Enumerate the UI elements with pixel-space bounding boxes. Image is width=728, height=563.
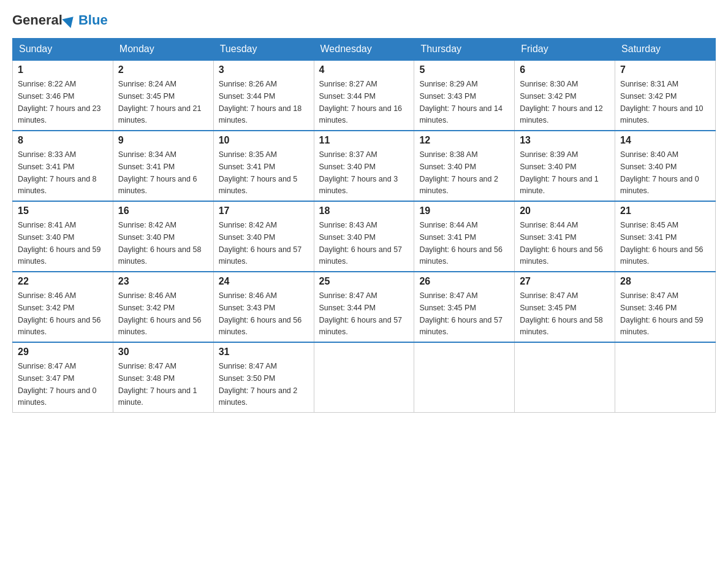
calendar-cell: 21 Sunrise: 8:45 AMSunset: 3:41 PMDaylig…: [615, 201, 716, 272]
day-number: 6: [520, 64, 610, 75]
logo-blue-text: Blue: [78, 12, 108, 28]
calendar-cell: 4 Sunrise: 8:27 AMSunset: 3:44 PMDayligh…: [314, 60, 414, 131]
calendar-cell: 19 Sunrise: 8:44 AMSunset: 3:41 PMDaylig…: [414, 201, 515, 272]
header-wednesday: Wednesday: [314, 39, 414, 61]
day-info: Sunrise: 8:47 AMSunset: 3:46 PMDaylight:…: [620, 291, 703, 336]
day-info: Sunrise: 8:30 AMSunset: 3:42 PMDaylight:…: [520, 80, 603, 124]
calendar-cell: [615, 342, 716, 413]
calendar-cell: 7 Sunrise: 8:31 AMSunset: 3:42 PMDayligh…: [615, 60, 716, 131]
header-friday: Friday: [515, 39, 615, 61]
page-header: General Blue: [12, 12, 716, 28]
day-info: Sunrise: 8:47 AMSunset: 3:48 PMDaylight:…: [118, 362, 197, 407]
day-number: 19: [419, 205, 509, 216]
day-info: Sunrise: 8:26 AMSunset: 3:44 PMDaylight:…: [219, 80, 302, 124]
calendar-cell: 2 Sunrise: 8:24 AMSunset: 3:45 PMDayligh…: [113, 60, 213, 131]
day-number: 31: [219, 347, 309, 358]
day-number: 22: [18, 276, 108, 287]
day-info: Sunrise: 8:46 AMSunset: 3:42 PMDaylight:…: [18, 291, 101, 336]
header-sunday: Sunday: [13, 39, 113, 61]
calendar-cell: 3 Sunrise: 8:26 AMSunset: 3:44 PMDayligh…: [213, 60, 314, 131]
day-number: 5: [419, 64, 509, 75]
day-info: Sunrise: 8:44 AMSunset: 3:41 PMDaylight:…: [520, 221, 603, 266]
logo-general-text: General: [12, 12, 63, 28]
day-number: 18: [319, 205, 409, 216]
day-info: Sunrise: 8:44 AMSunset: 3:41 PMDaylight:…: [419, 221, 502, 266]
calendar-cell: 1 Sunrise: 8:22 AMSunset: 3:46 PMDayligh…: [13, 60, 113, 131]
day-number: 9: [118, 135, 208, 146]
week-row-3: 15 Sunrise: 8:41 AMSunset: 3:40 PMDaylig…: [13, 201, 716, 272]
day-info: Sunrise: 8:42 AMSunset: 3:40 PMDaylight:…: [219, 221, 302, 266]
calendar-table: SundayMondayTuesdayWednesdayThursdayFrid…: [12, 38, 716, 413]
calendar-cell: 20 Sunrise: 8:44 AMSunset: 3:41 PMDaylig…: [515, 201, 615, 272]
day-info: Sunrise: 8:46 AMSunset: 3:43 PMDaylight:…: [219, 291, 302, 336]
day-number: 10: [219, 135, 309, 146]
day-info: Sunrise: 8:34 AMSunset: 3:41 PMDaylight:…: [118, 150, 197, 195]
calendar-cell: [414, 342, 515, 413]
day-number: 27: [520, 276, 610, 287]
calendar-cell: 15 Sunrise: 8:41 AMSunset: 3:40 PMDaylig…: [13, 201, 113, 272]
week-row-2: 8 Sunrise: 8:33 AMSunset: 3:41 PMDayligh…: [13, 131, 716, 201]
day-number: 8: [18, 135, 108, 146]
logo: General Blue: [12, 12, 108, 28]
week-row-1: 1 Sunrise: 8:22 AMSunset: 3:46 PMDayligh…: [13, 60, 716, 131]
week-row-4: 22 Sunrise: 8:46 AMSunset: 3:42 PMDaylig…: [13, 272, 716, 342]
calendar-cell: 18 Sunrise: 8:43 AMSunset: 3:40 PMDaylig…: [314, 201, 414, 272]
calendar-cell: 22 Sunrise: 8:46 AMSunset: 3:42 PMDaylig…: [13, 272, 113, 342]
calendar-cell: 12 Sunrise: 8:38 AMSunset: 3:40 PMDaylig…: [414, 131, 515, 201]
day-info: Sunrise: 8:27 AMSunset: 3:44 PMDaylight:…: [319, 80, 403, 124]
day-number: 23: [118, 276, 208, 287]
day-number: 17: [219, 205, 309, 216]
calendar-cell: 27 Sunrise: 8:47 AMSunset: 3:45 PMDaylig…: [515, 272, 615, 342]
day-number: 14: [620, 135, 710, 146]
calendar-cell: 5 Sunrise: 8:29 AMSunset: 3:43 PMDayligh…: [414, 60, 515, 131]
day-info: Sunrise: 8:43 AMSunset: 3:40 PMDaylight:…: [319, 221, 403, 266]
calendar-cell: 8 Sunrise: 8:33 AMSunset: 3:41 PMDayligh…: [13, 131, 113, 201]
day-info: Sunrise: 8:45 AMSunset: 3:41 PMDaylight:…: [620, 221, 703, 266]
day-info: Sunrise: 8:38 AMSunset: 3:40 PMDaylight:…: [419, 150, 498, 195]
day-number: 1: [18, 64, 108, 75]
day-info: Sunrise: 8:24 AMSunset: 3:45 PMDaylight:…: [118, 80, 202, 124]
day-info: Sunrise: 8:41 AMSunset: 3:40 PMDaylight:…: [18, 221, 101, 266]
day-number: 2: [118, 64, 208, 75]
day-info: Sunrise: 8:35 AMSunset: 3:41 PMDaylight:…: [219, 150, 298, 195]
day-number: 29: [18, 347, 108, 358]
calendar-cell: [515, 342, 615, 413]
header-tuesday: Tuesday: [213, 39, 314, 61]
calendar-cell: 28 Sunrise: 8:47 AMSunset: 3:46 PMDaylig…: [615, 272, 716, 342]
day-info: Sunrise: 8:47 AMSunset: 3:47 PMDaylight:…: [18, 362, 97, 407]
day-number: 25: [319, 276, 409, 287]
day-number: 16: [118, 205, 208, 216]
calendar-cell: 23 Sunrise: 8:46 AMSunset: 3:42 PMDaylig…: [113, 272, 213, 342]
day-number: 26: [419, 276, 509, 287]
day-number: 4: [319, 64, 409, 75]
calendar-cell: [314, 342, 414, 413]
day-info: Sunrise: 8:29 AMSunset: 3:43 PMDaylight:…: [419, 80, 502, 124]
calendar-cell: 24 Sunrise: 8:46 AMSunset: 3:43 PMDaylig…: [213, 272, 314, 342]
header-monday: Monday: [113, 39, 213, 61]
calendar-cell: 6 Sunrise: 8:30 AMSunset: 3:42 PMDayligh…: [515, 60, 615, 131]
calendar-cell: 14 Sunrise: 8:40 AMSunset: 3:40 PMDaylig…: [615, 131, 716, 201]
calendar-cell: 13 Sunrise: 8:39 AMSunset: 3:40 PMDaylig…: [515, 131, 615, 201]
day-info: Sunrise: 8:47 AMSunset: 3:50 PMDaylight:…: [219, 362, 298, 407]
day-number: 3: [219, 64, 309, 75]
day-info: Sunrise: 8:46 AMSunset: 3:42 PMDaylight:…: [118, 291, 202, 336]
day-info: Sunrise: 8:39 AMSunset: 3:40 PMDaylight:…: [520, 150, 599, 195]
day-number: 30: [118, 347, 208, 358]
calendar-cell: 26 Sunrise: 8:47 AMSunset: 3:45 PMDaylig…: [414, 272, 515, 342]
calendar-cell: 9 Sunrise: 8:34 AMSunset: 3:41 PMDayligh…: [113, 131, 213, 201]
calendar-cell: 31 Sunrise: 8:47 AMSunset: 3:50 PMDaylig…: [213, 342, 314, 413]
calendar-cell: 30 Sunrise: 8:47 AMSunset: 3:48 PMDaylig…: [113, 342, 213, 413]
day-number: 11: [319, 135, 409, 146]
logo-triangle-icon: [62, 12, 77, 28]
day-number: 13: [520, 135, 610, 146]
day-number: 20: [520, 205, 610, 216]
week-row-5: 29 Sunrise: 8:47 AMSunset: 3:47 PMDaylig…: [13, 342, 716, 413]
day-info: Sunrise: 8:42 AMSunset: 3:40 PMDaylight:…: [118, 221, 202, 266]
calendar-cell: 17 Sunrise: 8:42 AMSunset: 3:40 PMDaylig…: [213, 201, 314, 272]
day-info: Sunrise: 8:40 AMSunset: 3:40 PMDaylight:…: [620, 150, 699, 195]
day-number: 21: [620, 205, 710, 216]
calendar-cell: 29 Sunrise: 8:47 AMSunset: 3:47 PMDaylig…: [13, 342, 113, 413]
day-info: Sunrise: 8:47 AMSunset: 3:44 PMDaylight:…: [319, 291, 403, 336]
day-info: Sunrise: 8:33 AMSunset: 3:41 PMDaylight:…: [18, 150, 97, 195]
day-info: Sunrise: 8:37 AMSunset: 3:40 PMDaylight:…: [319, 150, 398, 195]
